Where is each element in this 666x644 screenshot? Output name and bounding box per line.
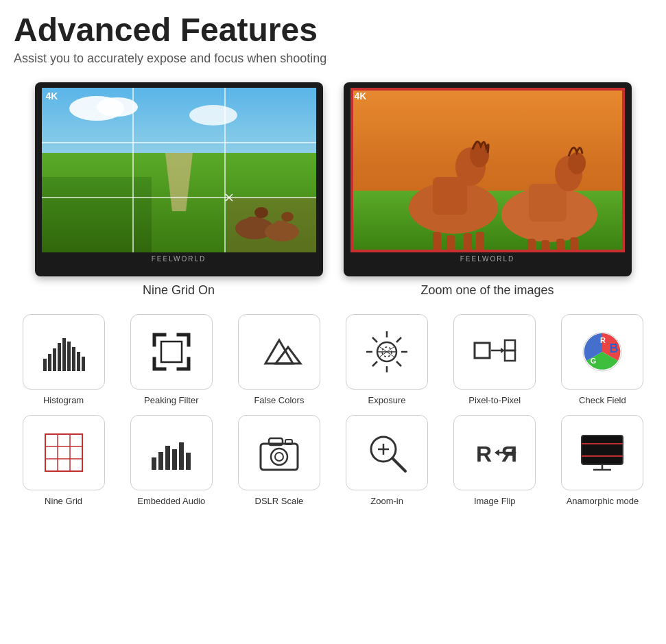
monitor-zoom-4k-label: 4K bbox=[355, 91, 367, 102]
svg-rect-46 bbox=[77, 352, 80, 371]
feature-dslr-scale: DSLR Scale bbox=[229, 415, 329, 506]
dslr-scale-icon-box bbox=[238, 415, 320, 490]
nine-grid-icon bbox=[40, 429, 88, 477]
svg-rect-12 bbox=[275, 221, 287, 235]
svg-rect-81 bbox=[172, 449, 177, 470]
embedded-audio-label: Embedded Audio bbox=[137, 496, 205, 506]
embedded-audio-icon-box bbox=[130, 415, 213, 490]
svg-rect-6 bbox=[42, 177, 152, 252]
peaking-filter-icon-box bbox=[130, 314, 213, 390]
feature-embedded-audio: Embedded Audio bbox=[121, 415, 221, 506]
peaking-filter-icon bbox=[147, 328, 195, 376]
svg-rect-23 bbox=[433, 177, 467, 215]
monitor-ninegrid-wrapper: 4K bbox=[35, 82, 323, 298]
feature-anamorphic-mode: Anamorphic mode bbox=[553, 415, 652, 506]
exposure-icon-box bbox=[346, 314, 428, 390]
zoom-svg bbox=[350, 88, 625, 252]
monitor-ninegrid-brand: FEELWORLD bbox=[42, 255, 316, 263]
svg-point-85 bbox=[271, 449, 287, 465]
svg-rect-84 bbox=[261, 444, 298, 470]
zoom-in-icon bbox=[363, 429, 411, 477]
false-colors-icon-box bbox=[238, 314, 320, 390]
anamorphic-mode-icon bbox=[578, 429, 626, 477]
svg-rect-9 bbox=[248, 217, 261, 232]
svg-line-56 bbox=[372, 337, 377, 342]
pixel-to-pixel-icon bbox=[471, 328, 519, 376]
svg-rect-28 bbox=[464, 233, 472, 251]
svg-rect-41 bbox=[53, 348, 56, 371]
feature-zoom-in: Zoom-in bbox=[337, 415, 437, 506]
monitor-zoom-wrapper: 4K bbox=[344, 82, 632, 298]
histogram-icon-box bbox=[23, 314, 105, 390]
svg-rect-79 bbox=[158, 452, 163, 470]
svg-point-3 bbox=[189, 105, 237, 126]
svg-rect-80 bbox=[165, 446, 170, 470]
false-colors-label: False Colors bbox=[254, 395, 304, 405]
feature-histogram: Histogram bbox=[14, 314, 113, 405]
svg-text:R: R bbox=[600, 336, 606, 344]
svg-text:R: R bbox=[501, 442, 517, 466]
svg-rect-26 bbox=[433, 232, 441, 251]
svg-rect-42 bbox=[58, 343, 61, 371]
exposure-label: Exposure bbox=[368, 395, 406, 405]
pixel-to-pixel-label: Pixel-to-Pixel bbox=[468, 395, 521, 405]
svg-rect-29 bbox=[476, 232, 484, 251]
features-row2: Nine Grid Embedded Audio bbox=[14, 415, 652, 506]
monitor-zoom-screen: 4K bbox=[350, 88, 625, 252]
svg-point-86 bbox=[275, 453, 283, 461]
monitor-zoom-caption: Zoom one of the images bbox=[420, 283, 554, 298]
svg-rect-43 bbox=[62, 338, 66, 371]
svg-rect-98 bbox=[582, 436, 623, 464]
svg-rect-40 bbox=[48, 354, 51, 371]
svg-rect-83 bbox=[186, 453, 191, 470]
svg-text:R: R bbox=[476, 442, 492, 466]
exposure-icon bbox=[363, 328, 411, 376]
feature-pixel-to-pixel: Pixel-to-Pixel bbox=[445, 314, 545, 405]
anamorphic-mode-icon-box bbox=[561, 415, 643, 490]
monitor-ninegrid-screen: 4K bbox=[42, 88, 316, 252]
svg-line-57 bbox=[396, 361, 401, 366]
svg-rect-82 bbox=[179, 442, 184, 470]
feature-peaking-filter: Peaking Filter bbox=[121, 314, 221, 405]
svg-marker-96 bbox=[495, 449, 499, 456]
monitor-ninegrid-caption: Nine Grid On bbox=[143, 283, 215, 298]
anamorphic-mode-label: Anamorphic mode bbox=[567, 496, 639, 506]
dslr-scale-icon bbox=[255, 429, 303, 477]
svg-rect-67 bbox=[505, 340, 515, 350]
svg-rect-45 bbox=[72, 347, 75, 371]
embedded-audio-icon bbox=[147, 429, 195, 477]
peaking-filter-label: Peaking Filter bbox=[144, 395, 198, 405]
feature-false-colors: False Colors bbox=[229, 314, 329, 405]
page-header: Advanced Features Assist you to accurate… bbox=[0, 0, 666, 70]
svg-rect-68 bbox=[505, 350, 515, 361]
histogram-icon bbox=[40, 328, 88, 376]
zoom-in-icon-box bbox=[346, 415, 428, 490]
svg-point-10 bbox=[254, 207, 268, 218]
monitor-zoom: 4K bbox=[344, 82, 632, 276]
page-title: Advanced Features bbox=[14, 12, 652, 49]
monitor-ninegrid: 4K bbox=[35, 82, 323, 276]
image-flip-label: Image Flip bbox=[474, 496, 516, 506]
false-colors-icon bbox=[255, 328, 303, 376]
features-row1: Histogram Peaking Filter bbox=[14, 314, 652, 405]
svg-line-59 bbox=[372, 361, 377, 366]
svg-rect-39 bbox=[43, 359, 47, 371]
check-field-label: Check Field bbox=[579, 395, 626, 405]
check-field-icon-box: R G B bbox=[561, 314, 643, 390]
features-section: Histogram Peaking Filter bbox=[0, 298, 666, 523]
feature-exposure: Exposure bbox=[337, 314, 437, 405]
pixel-to-pixel-icon-box bbox=[453, 314, 536, 390]
svg-rect-48 bbox=[161, 342, 182, 362]
nine-grid-label: Nine Grid bbox=[45, 496, 82, 506]
feature-image-flip: R R Image Flip bbox=[445, 415, 545, 506]
monitors-section: 4K bbox=[0, 70, 666, 298]
histogram-label: Histogram bbox=[43, 395, 84, 405]
feature-check-field: R G B Check Field bbox=[553, 314, 652, 405]
monitor-ninegrid-4k-label: 4K bbox=[46, 91, 58, 102]
svg-rect-64 bbox=[475, 343, 490, 358]
svg-text:B: B bbox=[610, 342, 619, 355]
zoom-in-label: Zoom-in bbox=[370, 496, 403, 506]
image-flip-icon-box: R R bbox=[453, 415, 536, 490]
svg-rect-73 bbox=[45, 434, 82, 471]
svg-rect-27 bbox=[447, 235, 455, 251]
